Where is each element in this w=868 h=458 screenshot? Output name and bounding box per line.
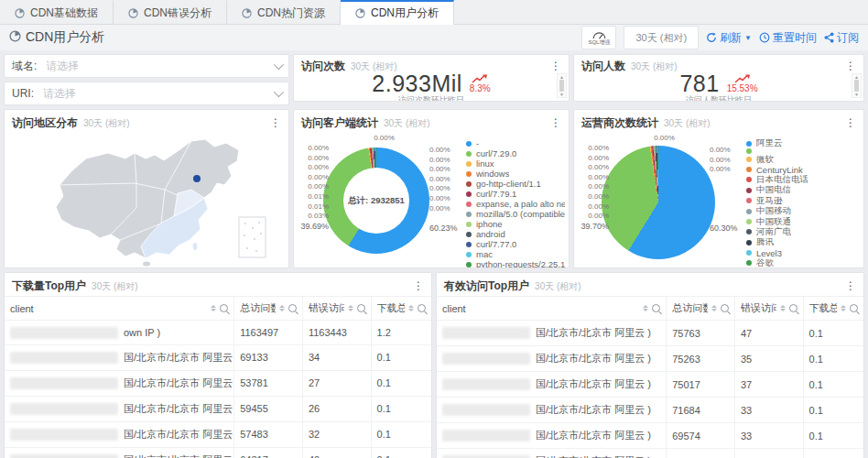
client-cell: 国/北京市/北京市 阿里云 ) — [5, 370, 234, 396]
search-icon[interactable] — [850, 304, 858, 312]
kebab-menu-icon[interactable]: ⋮ — [270, 117, 281, 128]
legend-dot — [746, 260, 752, 266]
sort-icon[interactable] — [643, 305, 648, 311]
legend-item[interactable]: go-http-client/1.1 — [466, 179, 565, 189]
chevron-down-icon — [274, 60, 284, 70]
legend-item[interactable]: windows — [466, 169, 565, 179]
redacted-ip — [10, 352, 118, 364]
domain-select[interactable]: 域名: 请选择 — [4, 54, 289, 78]
scrollbar[interactable]: ▲▼ — [852, 73, 862, 98]
kebab-menu-icon[interactable]: ⋮ — [550, 117, 561, 128]
search-icon[interactable] — [789, 304, 797, 312]
kebab-menu-icon[interactable]: ⋮ — [413, 280, 424, 291]
card-caption: 访问次数环比昨日 — [294, 94, 569, 102]
china-map[interactable] — [5, 133, 288, 268]
table-row: 国/北京市/北京市 阿里云 ) 75263 35 0.1 — [437, 346, 863, 372]
panel-time-range: 30天 (相对) — [83, 117, 130, 130]
legend-dot — [466, 191, 472, 197]
download-top-users-panel: 下载量Top用户 30天 (相对) ⋮ client 总访问数 错误访问数 下载… — [4, 272, 432, 458]
scrollbar[interactable]: ▲▼ — [557, 73, 567, 98]
legend-item[interactable]: iphone — [466, 219, 565, 229]
sort-icon[interactable] — [211, 305, 216, 311]
legend-item[interactable]: 谷歌 — [746, 258, 860, 268]
legend-item[interactable]: 阿里云 — [746, 138, 860, 148]
sort-icon[interactable] — [279, 305, 285, 311]
search-icon[interactable] — [652, 304, 660, 312]
legend-item[interactable]: 腾讯 — [746, 237, 860, 247]
kebab-menu-icon[interactable]: ⋮ — [845, 280, 856, 291]
kebab-menu-icon[interactable]: ⋮ — [845, 60, 856, 71]
percent-labels-right: 0.00%0.00%0.00%0.00%0.00%0.00%0.00%60.23… — [429, 146, 466, 234]
legend-dot — [746, 167, 752, 172]
dashboard-tab[interactable]: CDN错误分析 — [114, 0, 227, 24]
refresh-icon — [706, 32, 717, 43]
scrollbar-thumb[interactable] — [854, 80, 859, 92]
dashboard-tab[interactable]: CDN热门资源 — [227, 0, 341, 24]
legend-dot — [746, 240, 752, 245]
legend-item[interactable]: expanse, a palo alto netw — [466, 199, 565, 209]
sort-icon[interactable] — [780, 305, 786, 311]
legend-dot — [466, 161, 472, 167]
legend-item[interactable]: android — [466, 229, 565, 239]
legend-item[interactable]: curl/7.79.1 — [466, 189, 565, 199]
search-icon[interactable] — [288, 304, 297, 312]
legend-item[interactable]: curl/7.29.0 — [466, 148, 565, 158]
time-range-button[interactable]: 30天 (相对) — [624, 26, 699, 49]
sort-icon[interactable] — [841, 305, 846, 311]
kebab-menu-icon[interactable]: ⋮ — [550, 60, 561, 71]
legend-dot — [746, 209, 752, 214]
search-icon[interactable] — [220, 304, 228, 312]
kebab-menu-icon[interactable]: ⋮ — [845, 117, 856, 128]
total-visits-cell: 75017 — [667, 372, 735, 398]
refresh-button[interactable]: 刷新 ▼ — [706, 30, 752, 46]
search-icon[interactable] — [357, 304, 365, 312]
legend-dot — [466, 252, 472, 257]
legend-item[interactable]: curl/7.77.0 — [466, 239, 565, 249]
legend-dot — [466, 222, 472, 227]
sort-icon[interactable] — [408, 305, 414, 311]
dashboard-tab[interactable]: CDN基础数据 — [0, 0, 114, 24]
legend-label: 谷歌 — [756, 257, 774, 268]
tab-label: CDN基础数据 — [30, 5, 98, 21]
reset-time-button[interactable]: 重置时间 — [759, 30, 817, 46]
percent-labels-left: 0.00%0.00%0.00%0.00%0.00%0.00%0.00%0.00%… — [576, 144, 609, 234]
subscribe-button[interactable]: 订阅 — [824, 30, 859, 46]
total-visits-cell: 75763 — [667, 321, 735, 346]
search-icon[interactable] — [721, 304, 729, 312]
legend-dot — [746, 219, 752, 224]
table-row: 国/北京市/北京市 阿里云 ) 69133 34 0.1 — [437, 449, 863, 458]
legend-item[interactable]: python-requests/2.25.1 — [466, 259, 565, 268]
dashboard-tab[interactable]: CDN用户分析 — [341, 0, 454, 25]
total-visits-cell: 57483 — [234, 421, 303, 447]
sort-icon[interactable] — [711, 305, 717, 311]
error-visits-cell: 40 — [302, 447, 371, 458]
uri-select-placeholder: 请选择 — [43, 86, 265, 102]
sort-icon[interactable] — [348, 305, 353, 311]
uri-select[interactable]: URI: 请选择 — [4, 82, 289, 105]
legend-item[interactable]: mac — [466, 249, 565, 259]
error-visits-cell: 47 — [734, 321, 803, 346]
client-donut-chart[interactable]: 总计: 2932851 — [323, 147, 429, 254]
redacted-ip — [10, 377, 118, 389]
legend-item[interactable]: - — [466, 138, 565, 148]
sql-enhance-button[interactable]: SQL增强 — [581, 26, 616, 49]
legend-label: android — [476, 229, 505, 239]
chevron-down-icon[interactable]: ▼ — [744, 34, 752, 42]
search-icon[interactable] — [418, 304, 426, 312]
download-gb-cell: 0.1 — [803, 398, 863, 423]
pie-chart-icon — [9, 30, 21, 45]
column-header-total-visits: 总访问数 — [672, 301, 708, 315]
chart-row: 访问地区分布 30天 (相对) ⋮ — [4, 109, 864, 268]
isp-pie-chart[interactable] — [602, 146, 715, 259]
client-cell: 国/北京市/北京市 阿里云 ) — [5, 344, 234, 370]
legend-item[interactable]: 微软 — [746, 154, 860, 164]
legend-item[interactable]: mozilla/5.0 (compatible; — [466, 209, 565, 219]
trend-up-icon — [734, 74, 751, 83]
visit-count-delta: 8.3% — [470, 74, 491, 93]
client-cell: 国/北京市/北京市 阿里云 ) — [5, 421, 234, 447]
legend-dot — [466, 141, 472, 147]
client-cell: 国/北京市/北京市 阿里云 ) — [437, 398, 667, 423]
legend-dot — [746, 157, 752, 162]
scrollbar-thumb[interactable] — [559, 80, 564, 92]
legend-item[interactable]: linux — [466, 158, 565, 169]
